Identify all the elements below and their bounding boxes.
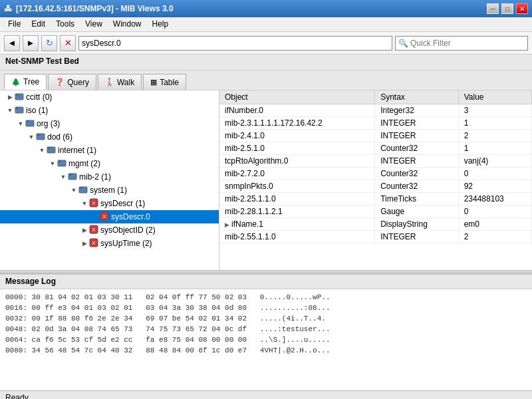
table-row[interactable]: mib-2.28.1.1.2.1Gauge0: [219, 205, 532, 218]
walk-tab-icon: 🚶: [105, 78, 114, 86]
table-row[interactable]: mib-2.25.1.1.0TimeTicks234488103: [219, 193, 532, 205]
search-input[interactable]: [395, 36, 528, 51]
menu-bar: File Edit Tools View Window Help: [0, 17, 532, 32]
tree-node-icon: [36, 132, 45, 143]
app-icon: 🖧: [4, 4, 12, 13]
svg-text:X: X: [92, 227, 96, 233]
tab-query-label: Query: [67, 78, 89, 87]
table-cell-value: 1: [458, 142, 531, 155]
tree-node-icon: X: [89, 225, 98, 236]
col-object: Object: [219, 90, 375, 104]
tree-node-icon: [15, 92, 24, 103]
table-cell-object: tcpRtoAlgorithm.0: [219, 155, 375, 168]
table-cell-value: 2: [458, 231, 531, 243]
tab-tree-label: Tree: [23, 77, 39, 86]
minimize-button[interactable]: ─: [487, 3, 499, 14]
stop-button[interactable]: ✕: [60, 35, 76, 51]
svg-text:X: X: [92, 200, 96, 206]
tree-item[interactable]: ▼org (3): [0, 117, 219, 130]
tree-item[interactable]: ▼mgmt (2): [0, 157, 219, 170]
tree-node-icon: X: [100, 211, 109, 223]
tree-item[interactable]: ▼iso (1): [0, 104, 219, 117]
tab-walk-label: Walk: [117, 78, 134, 87]
refresh-button[interactable]: ↻: [41, 35, 57, 51]
table-cell-syntax: INTEGER: [375, 117, 459, 130]
table-cell-object: mib-2.55.1.1.0: [219, 231, 375, 243]
tree-pane[interactable]: ▶ccitt (0)▼iso (1)▼org (3)▼dod (6)▼inter…: [0, 90, 219, 270]
table-row[interactable]: ▶ifName.1DisplayStringem0: [219, 218, 532, 231]
table-row[interactable]: ifNumber.0Integer323: [219, 104, 532, 117]
tab-table[interactable]: ▦ Table: [143, 74, 186, 90]
table-row[interactable]: mib-2.55.1.1.0INTEGER2: [219, 231, 532, 243]
status-text: Ready: [5, 393, 29, 400]
tree-item-label: system (1): [90, 186, 127, 195]
table-row[interactable]: mib-2.7.2.0Counter320: [219, 168, 532, 180]
data-table: Object Syntax Value ifNumber.0Integer323…: [219, 90, 532, 243]
tree-node-icon: [47, 145, 56, 156]
tab-walk[interactable]: 🚶 Walk: [98, 74, 142, 90]
table-cell-syntax: Counter32: [375, 180, 459, 193]
tab-tree[interactable]: 🌲 Tree: [4, 74, 47, 90]
tree-item[interactable]: ▼system (1): [0, 184, 219, 197]
tree-item[interactable]: ▼dod (6): [0, 130, 219, 144]
table-cell-object: mib-2.7.2.0: [219, 168, 375, 180]
close-button[interactable]: ✕: [516, 3, 528, 14]
tab-table-label: Table: [160, 78, 179, 87]
log-line: 0016: 00 ff e3 04 01 03 02 01 03 04 3a 3…: [5, 303, 527, 313]
table-cell-value: 92: [458, 180, 531, 193]
tree-expander-icon: ▼: [59, 174, 68, 180]
tree-item-label: sysDescr.0: [111, 212, 150, 221]
tree-expander-icon: ▼: [48, 160, 57, 167]
search-container: 🔍: [395, 36, 528, 51]
menu-edit[interactable]: Edit: [26, 19, 51, 30]
forward-button[interactable]: ►: [23, 35, 39, 51]
svg-rect-5: [26, 120, 29, 122]
table-cell-object: ▶ifName.1: [219, 218, 375, 231]
table-row[interactable]: mib-2.3.1.1.1.1.172.16.42.2INTEGER1: [219, 117, 532, 130]
expand-arrow-icon: ▶: [225, 221, 229, 228]
title-bar: 🖧 [172.16.42.5:161/SNMPv3] - MIB Views 3…: [0, 0, 532, 17]
tree-item[interactable]: ▶XsysUpTime (2): [0, 237, 219, 250]
tree-node-icon: [78, 185, 88, 196]
svg-rect-11: [58, 160, 61, 162]
log-line: 0080: 34 56 48 54 7c 04 40 32 88 48 84 0…: [5, 345, 527, 356]
table-row[interactable]: mib-2.4.1.0INTEGER2: [219, 130, 532, 142]
table-cell-value: 1: [458, 117, 531, 130]
tab-query[interactable]: ❓ Query: [48, 74, 96, 90]
menu-view[interactable]: View: [80, 19, 108, 30]
table-tab-icon: ▦: [150, 78, 157, 86]
address-input[interactable]: [78, 36, 392, 51]
table-row[interactable]: snmpInPkts.0Counter3292: [219, 180, 532, 193]
log-line: 0032: 00 1f 88 80 f6 2e 2e 34 69 07 be 5…: [5, 313, 527, 324]
table-cell-value: 234488103: [458, 193, 531, 205]
tree-item[interactable]: XsysDescr.0: [0, 210, 219, 223]
back-button[interactable]: ◄: [4, 35, 20, 51]
toolbar: ◄ ► ↻ ✕ 🔍: [0, 32, 532, 55]
tree-item[interactable]: ▼internet (1): [0, 144, 219, 157]
tree-item[interactable]: ▼mib-2 (1): [0, 170, 219, 184]
tree-item-label: sysDescr (1): [100, 199, 145, 208]
menu-tools[interactable]: Tools: [51, 19, 80, 30]
tree-item[interactable]: ▶ccitt (0): [0, 90, 219, 104]
tree-expander-icon: ▶: [80, 227, 89, 233]
menu-help[interactable]: Help: [147, 19, 174, 30]
menu-file[interactable]: File: [3, 19, 26, 30]
tree-item[interactable]: ▼XsysDescr (1): [0, 197, 219, 210]
tree-item[interactable]: ▶XsysObjectID (2): [0, 223, 219, 237]
table-cell-object: mib-2.5.1.0: [219, 142, 375, 155]
maximize-button[interactable]: □: [501, 3, 513, 14]
table-cell-object: mib-2.25.1.1.0: [219, 193, 375, 205]
tree-node-icon: X: [89, 238, 98, 249]
table-row[interactable]: mib-2.5.1.0Counter321: [219, 142, 532, 155]
message-log-content[interactable]: 0000: 30 81 94 02 01 03 30 11 02 04 0f f…: [0, 289, 532, 390]
table-pane[interactable]: Object Syntax Value ifNumber.0Integer323…: [219, 90, 532, 270]
tree-expander-icon: ▼: [16, 120, 25, 127]
title-bar-left: 🖧 [172.16.42.5:161/SNMPv3] - MIB Views 3…: [4, 4, 174, 13]
svg-rect-7: [37, 134, 40, 136]
table-row[interactable]: tcpRtoAlgorithm.0INTEGERvanj(4): [219, 155, 532, 168]
log-line: 0000: 30 81 94 02 01 03 30 11 02 04 0f f…: [5, 292, 527, 303]
menu-window[interactable]: Window: [108, 19, 147, 30]
svg-rect-13: [68, 174, 72, 176]
tree-item-label: sysUpTime (2): [100, 239, 152, 248]
tree-node-icon: [68, 172, 77, 183]
